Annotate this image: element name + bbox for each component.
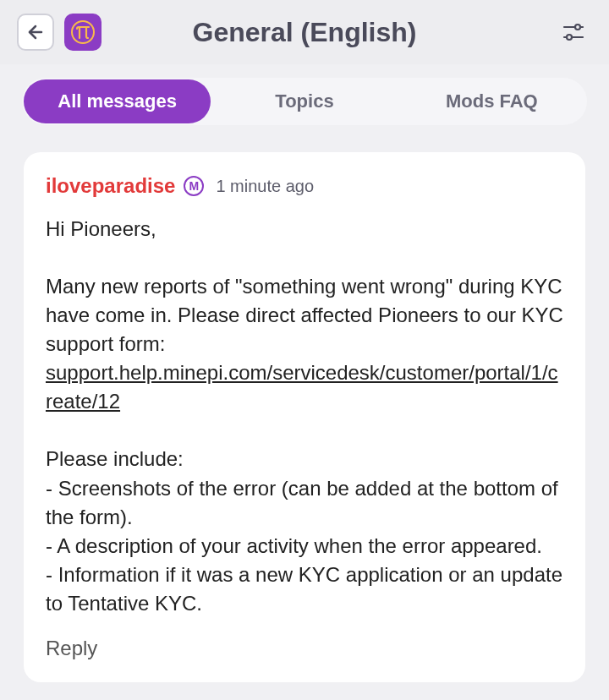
message-header: iloveparadise M 1 minute ago xyxy=(46,174,563,198)
message-bullet-2: - A description of your activity when th… xyxy=(46,532,563,561)
sliders-icon xyxy=(561,19,586,45)
svg-point-5 xyxy=(567,35,572,40)
message-paragraph-1: Many new reports of "something went wron… xyxy=(46,275,563,355)
mod-badge: M xyxy=(184,176,204,196)
support-link[interactable]: support.help.minepi.com/servicedesk/cust… xyxy=(46,361,558,413)
message-paragraph-2: Please include: xyxy=(46,445,563,473)
page-title: General (English) xyxy=(54,17,555,48)
tabs: All messages Topics Mods FAQ xyxy=(22,78,587,125)
message-greeting: Hi Pioneers, xyxy=(46,215,563,243)
reply-button[interactable]: Reply xyxy=(46,637,563,660)
message-body: Hi Pioneers, Many new reports of "someth… xyxy=(46,215,563,618)
mod-badge-letter: M xyxy=(189,179,200,193)
message-card: iloveparadise M 1 minute ago Hi Pioneers… xyxy=(24,152,585,682)
tab-topics[interactable]: Topics xyxy=(211,79,398,123)
message-bullet-1: - Screenshots of the error (can be added… xyxy=(46,474,563,532)
tabs-container: All messages Topics Mods FAQ xyxy=(0,64,609,139)
svg-point-3 xyxy=(575,25,580,30)
message-bullet-3: - Information if it was a new KYC applic… xyxy=(46,561,563,618)
settings-button[interactable] xyxy=(555,14,592,51)
app-header: General (English) xyxy=(0,0,609,64)
tab-mods-faq[interactable]: Mods FAQ xyxy=(398,79,585,123)
arrow-left-icon xyxy=(25,22,46,42)
back-button[interactable] xyxy=(17,14,54,51)
tab-all-messages[interactable]: All messages xyxy=(24,79,211,123)
timestamp: 1 minute ago xyxy=(216,177,314,196)
username[interactable]: iloveparadise xyxy=(46,174,175,198)
